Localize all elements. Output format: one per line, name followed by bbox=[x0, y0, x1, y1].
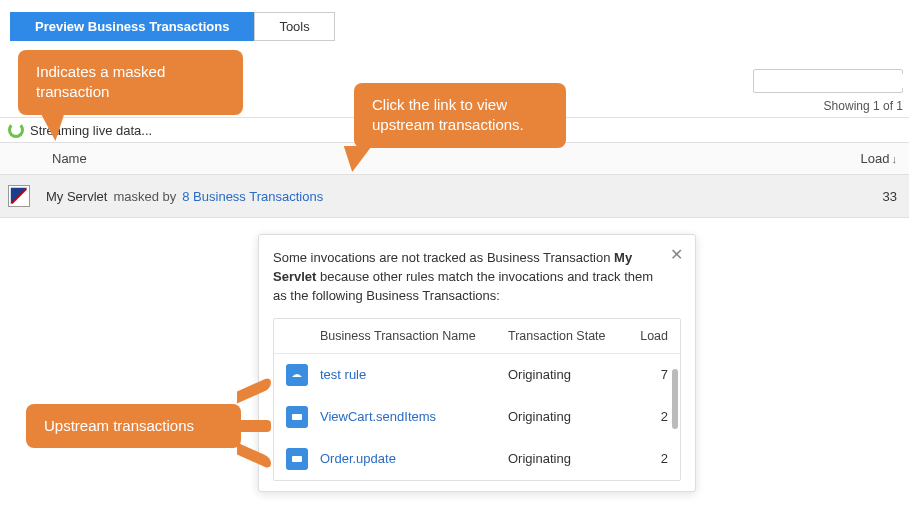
popover-description: Some invocations are not tracked as Busi… bbox=[273, 249, 681, 306]
business-transaction-icon bbox=[286, 448, 308, 470]
annotation-callout-link: Click the link to view upstream transact… bbox=[354, 83, 566, 148]
business-transaction-icon bbox=[286, 406, 308, 428]
masked-transaction-icon bbox=[8, 185, 30, 207]
table-header: Name Load↓ bbox=[0, 143, 909, 175]
tab-preview-business-transactions[interactable]: Preview Business Transactions bbox=[10, 12, 254, 41]
popover-row-state: Originating bbox=[508, 451, 618, 466]
popover-row[interactable]: Order.update Originating 2 bbox=[274, 438, 680, 480]
popover-row-load: 2 bbox=[618, 451, 668, 466]
popover-row-state: Originating bbox=[508, 367, 618, 382]
popover-table: Business Transaction Name Transaction St… bbox=[273, 318, 681, 481]
tab-bar: Preview Business Transactions Tools bbox=[10, 12, 909, 41]
scrollbar[interactable] bbox=[672, 369, 678, 429]
search-input[interactable] bbox=[764, 74, 909, 88]
popover-row-name-link[interactable]: test rule bbox=[320, 367, 508, 382]
column-header-load[interactable]: Load↓ bbox=[837, 151, 897, 166]
sort-descending-icon: ↓ bbox=[892, 153, 898, 165]
callout-tail-icon bbox=[237, 420, 271, 432]
popover-row-load: 2 bbox=[618, 409, 668, 424]
popover-table-header: Business Transaction Name Transaction St… bbox=[274, 319, 680, 354]
svg-rect-5 bbox=[292, 414, 302, 420]
popover-row-state: Originating bbox=[508, 409, 618, 424]
row-bt-name: My Servlet bbox=[46, 189, 107, 204]
annotation-callout-masked: Indicates a masked transaction bbox=[18, 50, 243, 115]
close-icon[interactable]: ✕ bbox=[670, 247, 683, 263]
spinner-icon bbox=[8, 122, 24, 138]
table-row[interactable]: My Servlet masked by 8 Business Transact… bbox=[0, 175, 909, 218]
popover-row-name-link[interactable]: ViewCart.sendItems bbox=[320, 409, 508, 424]
popover-col-name[interactable]: Business Transaction Name bbox=[320, 329, 508, 343]
search-box[interactable] bbox=[753, 69, 903, 93]
popover-row-name-link[interactable]: Order.update bbox=[320, 451, 508, 466]
row-text: My Servlet masked by 8 Business Transact… bbox=[46, 189, 837, 204]
tab-tools[interactable]: Tools bbox=[254, 12, 334, 41]
row-load-value: 33 bbox=[837, 189, 897, 204]
upstream-transactions-popover: ✕ Some invocations are not tracked as Bu… bbox=[258, 234, 696, 492]
annotation-callout-upstream-text: Upstream transactions bbox=[44, 417, 194, 434]
annotation-callout-upstream: Upstream transactions bbox=[26, 404, 241, 448]
popover-col-load[interactable]: Load bbox=[618, 329, 668, 343]
popover-desc-prefix: Some invocations are not tracked as Busi… bbox=[273, 250, 614, 265]
svg-rect-6 bbox=[292, 456, 302, 462]
popover-row[interactable]: test rule Originating 7 bbox=[274, 354, 680, 396]
popover-col-state[interactable]: Transaction State bbox=[508, 329, 618, 343]
popover-desc-suffix: because other rules match the invocation… bbox=[273, 269, 653, 303]
popover-row-load: 7 bbox=[618, 367, 668, 382]
masked-by-link[interactable]: 8 Business Transactions bbox=[182, 189, 323, 204]
column-header-name[interactable]: Name bbox=[52, 151, 837, 166]
popover-row[interactable]: ViewCart.sendItems Originating 2 bbox=[274, 396, 680, 438]
row-masked-by-label: masked by bbox=[113, 189, 176, 204]
business-transaction-icon bbox=[286, 364, 308, 386]
column-header-load-label: Load bbox=[861, 151, 890, 166]
